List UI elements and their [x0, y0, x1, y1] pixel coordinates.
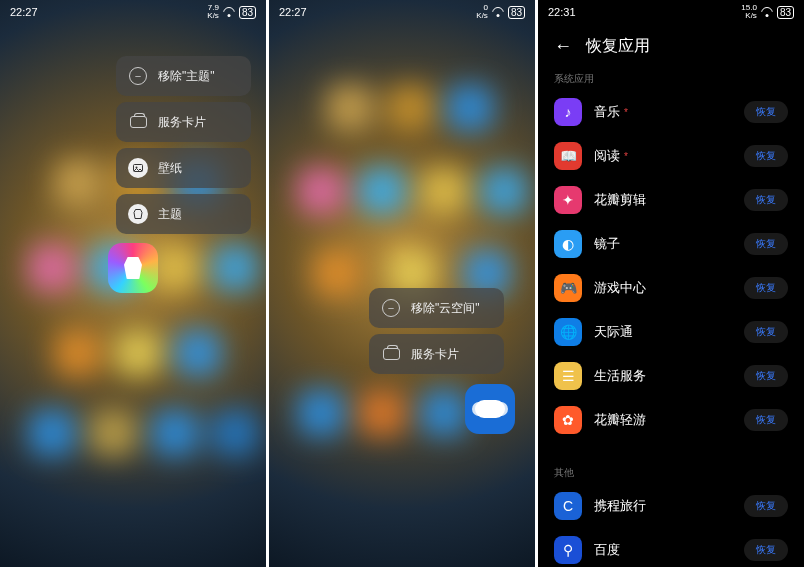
menu-item-service-card[interactable]: 服务卡片: [116, 102, 251, 142]
menu-item-service-card[interactable]: 服务卡片: [369, 334, 504, 374]
app-name-label: 百度: [594, 542, 732, 559]
restore-button[interactable]: 恢复: [744, 277, 788, 299]
app-row[interactable]: ✿花瓣轻游恢复: [538, 398, 804, 442]
blurred-app-grid: [269, 0, 535, 567]
app-icon: C: [554, 492, 582, 520]
section-label-system: 系统应用: [538, 72, 804, 86]
star-indicator-icon: *: [624, 107, 628, 118]
app-row[interactable]: ♪音乐*恢复: [538, 90, 804, 134]
app-icon: 🎮: [554, 274, 582, 302]
app-row[interactable]: 📖阅读*恢复: [538, 134, 804, 178]
restore-button[interactable]: 恢复: [744, 321, 788, 343]
status-time: 22:27: [279, 6, 307, 18]
menu-item-remove-theme[interactable]: − 移除"主题": [116, 56, 251, 96]
app-name-label: 音乐*: [594, 104, 732, 121]
restore-button[interactable]: 恢复: [744, 189, 788, 211]
restore-button[interactable]: 恢复: [744, 233, 788, 255]
app-name-label: 花瓣剪辑: [594, 192, 732, 209]
remove-icon: −: [128, 66, 148, 86]
app-name-label: 生活服务: [594, 368, 732, 385]
restore-button[interactable]: 恢复: [744, 409, 788, 431]
app-row[interactable]: ✦花瓣剪辑恢复: [538, 178, 804, 222]
app-name-label: 阅读*: [594, 148, 732, 165]
app-row[interactable]: 🌐天际通恢复: [538, 310, 804, 354]
status-bar: 22:27 0K/s 83: [269, 0, 535, 24]
card-icon: [381, 344, 401, 364]
app-icon-cloud[interactable]: [465, 384, 515, 434]
app-icon: ⚲: [554, 536, 582, 564]
app-row[interactable]: ◐镜子恢复: [538, 222, 804, 266]
back-icon[interactable]: ←: [554, 36, 572, 57]
context-menu-theme: − 移除"主题" 服务卡片 壁纸 主题: [116, 56, 251, 234]
app-icon: 📖: [554, 142, 582, 170]
battery-icon: 83: [239, 6, 256, 19]
battery-icon: 83: [777, 6, 794, 19]
app-icon: ✦: [554, 186, 582, 214]
menu-item-wallpaper[interactable]: 壁纸: [116, 148, 251, 188]
battery-icon: 83: [508, 6, 525, 19]
app-row[interactable]: ⚲百度恢复: [538, 528, 804, 567]
card-icon: [128, 112, 148, 132]
star-indicator-icon: *: [624, 151, 628, 162]
app-name-label: 游戏中心: [594, 280, 732, 297]
remove-icon: −: [381, 298, 401, 318]
app-icon-theme[interactable]: [108, 243, 158, 293]
app-icon: ☰: [554, 362, 582, 390]
app-row[interactable]: ☰生活服务恢复: [538, 354, 804, 398]
app-row[interactable]: 🎮游戏中心恢复: [538, 266, 804, 310]
wifi-icon: [223, 7, 235, 17]
screenshot-panel-2: 22:27 0K/s 83 − 移除"云空间" 服务卡片: [269, 0, 535, 567]
app-icon: 🌐: [554, 318, 582, 346]
theme-icon-small: [128, 204, 148, 224]
app-row[interactable]: C携程旅行恢复: [538, 484, 804, 528]
screenshot-panel-3: 22:31 15.0K/s 83 ← 恢复应用 系统应用 ♪音乐*恢复📖阅读*恢…: [538, 0, 804, 567]
restore-button[interactable]: 恢复: [744, 365, 788, 387]
page-header: ← 恢复应用: [538, 26, 804, 66]
status-bar: 22:31 15.0K/s 83: [538, 0, 804, 24]
status-time: 22:27: [10, 6, 38, 18]
app-name-label: 镜子: [594, 236, 732, 253]
app-icon: ◐: [554, 230, 582, 258]
wifi-icon: [492, 7, 504, 17]
status-time: 22:31: [548, 6, 576, 18]
menu-item-theme[interactable]: 主题: [116, 194, 251, 234]
screenshot-panel-1: 22:27 7.9K/s 83 − 移除"主题" 服务卡片 壁纸 主题: [0, 0, 266, 567]
restore-button[interactable]: 恢复: [744, 495, 788, 517]
context-menu-cloud: − 移除"云空间" 服务卡片: [369, 288, 504, 374]
section-label-other: 其他: [538, 466, 804, 480]
app-name-label: 花瓣轻游: [594, 412, 732, 429]
app-icon: ✿: [554, 406, 582, 434]
status-bar: 22:27 7.9K/s 83: [0, 0, 266, 24]
wifi-icon: [761, 7, 773, 17]
restore-button[interactable]: 恢复: [744, 539, 788, 561]
restore-button[interactable]: 恢复: [744, 145, 788, 167]
app-icon: ♪: [554, 98, 582, 126]
restore-button[interactable]: 恢复: [744, 101, 788, 123]
wallpaper-icon: [128, 158, 148, 178]
app-list-scroll[interactable]: 系统应用 ♪音乐*恢复📖阅读*恢复✦花瓣剪辑恢复◐镜子恢复🎮游戏中心恢复🌐天际通…: [538, 66, 804, 567]
app-name-label: 携程旅行: [594, 498, 732, 515]
menu-item-remove-cloud[interactable]: − 移除"云空间": [369, 288, 504, 328]
page-title: 恢复应用: [586, 36, 650, 57]
app-name-label: 天际通: [594, 324, 732, 341]
